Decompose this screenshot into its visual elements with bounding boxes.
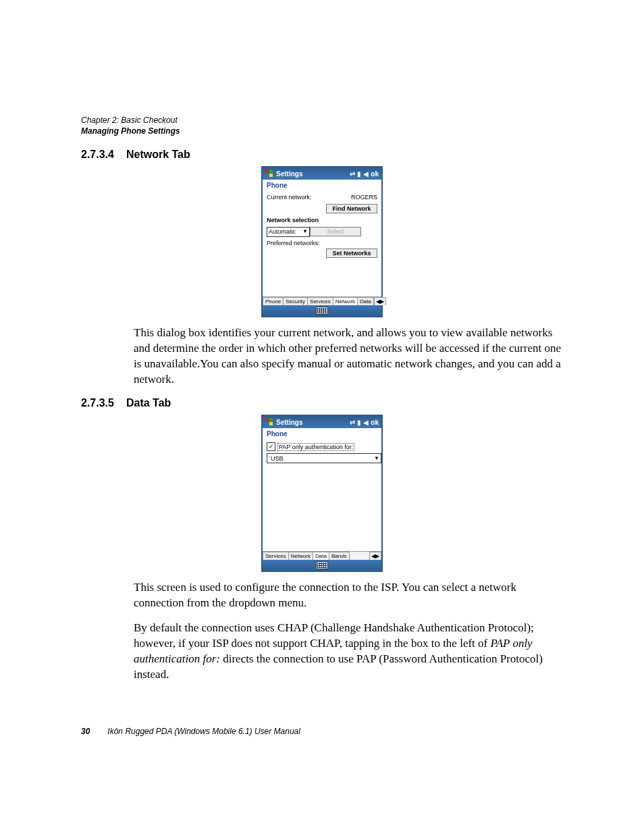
preferred-networks-label: Preferred networks: bbox=[267, 240, 377, 246]
signal-icon: ▮ bbox=[357, 170, 361, 178]
connectivity-icon: ⇄ bbox=[350, 419, 355, 426]
network-selection-dropdown[interactable]: Automatic ▼ bbox=[267, 227, 310, 237]
tab-network[interactable]: Network bbox=[333, 297, 358, 305]
para-data-tab-1: This screen is used to configure the con… bbox=[134, 580, 563, 611]
keyboard-icon[interactable] bbox=[316, 561, 328, 569]
keyboard-icon[interactable] bbox=[316, 307, 328, 315]
tab-security[interactable]: Security bbox=[284, 297, 308, 305]
connection-dropdown[interactable]: `USB ▼ bbox=[267, 453, 381, 463]
signal-icon: ▮ bbox=[357, 419, 361, 426]
ok-button[interactable]: ok bbox=[371, 419, 379, 426]
heading-title: Network Tab bbox=[126, 149, 190, 160]
tab-bands[interactable]: Bands bbox=[329, 552, 350, 560]
chevron-down-icon: ▼ bbox=[374, 456, 379, 461]
para-data-tab-2: By default the connection uses CHAP (Cha… bbox=[134, 621, 563, 683]
page-footer: 30Ikôn Rugged PDA (Windows Mobile 6.1) U… bbox=[81, 727, 300, 736]
para-network-tab: This dialog box identifies your current … bbox=[134, 325, 563, 388]
wm-bottombar bbox=[263, 560, 381, 571]
pap-checkbox-label: PAP only authentication for: bbox=[277, 443, 354, 451]
tab-data[interactable]: Data bbox=[358, 297, 374, 305]
wm-tabs: Phone Security Services Network Data ◀▶ bbox=[263, 296, 381, 305]
heading-2735: 2.7.3.5Data Tab bbox=[81, 397, 563, 409]
current-network-label: Current network: bbox=[267, 194, 351, 201]
wm-titlebar: Settings ⇄ ▮ ◀ ok bbox=[263, 416, 381, 428]
tab-network[interactable]: Network bbox=[289, 552, 313, 560]
windows-flag-icon bbox=[265, 418, 273, 426]
wm-subtitle: Phone bbox=[263, 180, 381, 190]
connection-value: `USB bbox=[269, 455, 284, 462]
wm-subtitle: Phone bbox=[263, 428, 381, 438]
tab-scroll[interactable]: ◀▶ bbox=[369, 552, 381, 560]
heading-number: 2.7.3.5 bbox=[81, 397, 114, 409]
current-network-value: ROGERS bbox=[351, 194, 377, 201]
tab-scroll[interactable]: ◀▶ bbox=[374, 297, 386, 305]
set-networks-button[interactable]: Set Networks bbox=[326, 249, 377, 258]
chevron-down-icon: ▼ bbox=[302, 229, 308, 234]
wm-titlebar: Settings ⇄ ▮ ◀ ok bbox=[263, 167, 381, 180]
pap-checkbox[interactable]: ✓ bbox=[267, 442, 275, 451]
speaker-icon: ◀ bbox=[363, 419, 369, 426]
chapter-line: Chapter 2: Basic Checkout bbox=[81, 115, 563, 126]
heading-number: 2.7.3.4 bbox=[81, 149, 114, 161]
tab-services[interactable]: Services bbox=[308, 297, 333, 305]
wm-tabs: Services Network Data Bands ◀▶ bbox=[263, 551, 381, 560]
wm-title: Settings bbox=[276, 170, 347, 178]
speaker-icon: ◀ bbox=[363, 170, 369, 178]
page-number: 30 bbox=[81, 727, 90, 736]
find-network-button[interactable]: Find Network bbox=[326, 204, 377, 213]
page-header: Chapter 2: Basic Checkout Managing Phone… bbox=[81, 115, 563, 136]
network-selection-value: Automatic bbox=[269, 228, 296, 235]
wm-bottombar bbox=[263, 305, 381, 316]
tab-data[interactable]: Data bbox=[313, 552, 329, 560]
connectivity-icon: ⇄ bbox=[350, 170, 355, 178]
tab-services[interactable]: Services bbox=[263, 552, 289, 560]
wm-tray: ⇄ ▮ ◀ ok bbox=[350, 419, 379, 426]
screenshot-network-tab: Settings ⇄ ▮ ◀ ok Phone Current network:… bbox=[261, 166, 383, 317]
network-selection-heading: Network selection bbox=[267, 217, 377, 224]
wm-tray: ⇄ ▮ ◀ ok bbox=[350, 170, 379, 178]
heading-title: Data Tab bbox=[126, 397, 171, 409]
heading-2734: 2.7.3.4Network Tab bbox=[81, 149, 563, 161]
section-line: Managing Phone Settings bbox=[81, 126, 563, 136]
wm-title: Settings bbox=[276, 419, 347, 426]
tab-phone[interactable]: Phone bbox=[263, 297, 284, 305]
windows-flag-icon bbox=[265, 170, 273, 178]
ok-button[interactable]: ok bbox=[371, 170, 379, 178]
screenshot-data-tab: Settings ⇄ ▮ ◀ ok Phone ✓ PAP only authe… bbox=[261, 415, 383, 572]
select-button[interactable]: Select bbox=[310, 227, 361, 236]
footer-text: Ikôn Rugged PDA (Windows Mobile 6.1) Use… bbox=[107, 727, 300, 736]
